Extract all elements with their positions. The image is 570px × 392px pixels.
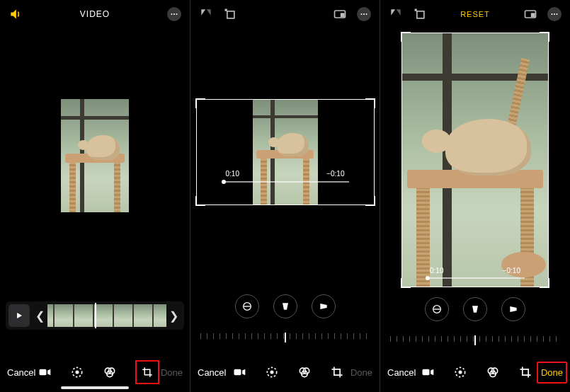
time-scrubber[interactable] — [222, 181, 349, 183]
crop-rotate-icon[interactable] — [518, 365, 532, 379]
svg-point-25 — [552, 13, 553, 15]
panel-edit-video: VIDEO ❮ ❯ Cancel — [0, 0, 190, 392]
done-button: Done — [161, 367, 183, 378]
more-icon[interactable] — [167, 7, 181, 21]
svg-rect-9 — [227, 11, 234, 18]
rotate-controls — [190, 294, 380, 318]
crop-frame[interactable] — [401, 33, 549, 287]
crop-handle-br[interactable] — [540, 278, 549, 288]
more-icon[interactable] — [357, 7, 371, 21]
trim-handle-left[interactable]: ❮ — [33, 309, 47, 323]
video-thumbnail — [61, 99, 129, 212]
time-end-label: −0:10 — [326, 170, 344, 178]
cancel-button[interactable]: Cancel — [198, 367, 226, 378]
svg-point-13 — [363, 13, 365, 15]
svg-rect-16 — [234, 369, 241, 375]
crop-handle-bl[interactable] — [195, 196, 205, 206]
done-button: Done — [350, 367, 372, 378]
panel-crop-landscape: 0:10 −0:10 Cancel — [190, 0, 380, 392]
done-button[interactable]: Done — [537, 362, 567, 384]
filters-icon[interactable] — [297, 365, 312, 379]
adjust-icon[interactable] — [265, 365, 279, 379]
time-scrubber[interactable] — [426, 277, 525, 279]
crop-handle-tr[interactable] — [365, 98, 375, 108]
sound-icon[interactable] — [8, 7, 23, 21]
video-preview[interactable] — [0, 28, 190, 283]
edit-tools — [232, 365, 344, 379]
more-icon[interactable] — [547, 7, 562, 21]
time-start-label: 0:10 — [430, 267, 443, 275]
crop-handle-tl[interactable] — [401, 32, 411, 42]
svg-rect-22 — [417, 11, 424, 18]
crop-rotate-icon[interactable] — [330, 365, 344, 379]
play-button[interactable] — [8, 304, 30, 327]
crop-handle-br[interactable] — [365, 196, 375, 206]
svg-point-12 — [361, 13, 363, 15]
adjust-icon[interactable] — [70, 365, 84, 379]
video-mode-icon[interactable] — [421, 365, 435, 379]
horizontal-perspective-button[interactable] — [312, 294, 336, 318]
crop-handle-bl[interactable] — [401, 278, 411, 288]
adjust-icon[interactable] — [453, 365, 467, 379]
crop-canvas[interactable]: 0:10 −0:10 — [196, 99, 375, 205]
rotate-icon[interactable] — [413, 7, 427, 21]
bottom-bar: Cancel Done — [190, 352, 380, 392]
cancel-button[interactable]: Cancel — [7, 367, 35, 378]
cancel-button[interactable]: Cancel — [387, 367, 416, 378]
video-mode-icon[interactable] — [232, 365, 246, 379]
video-mode-icon[interactable] — [38, 365, 52, 379]
aspect-ratio-icon[interactable] — [333, 7, 347, 21]
rotate-icon[interactable] — [223, 7, 237, 21]
reset-button[interactable]: RESET — [427, 10, 523, 18]
crop-canvas[interactable]: 0:10 −0:10 — [401, 33, 549, 287]
straighten-button[interactable] — [235, 294, 259, 318]
time-end-label: −0:10 — [503, 267, 520, 275]
horizontal-perspective-button[interactable] — [501, 297, 525, 321]
filters-icon[interactable] — [486, 365, 500, 379]
svg-point-2 — [176, 13, 178, 15]
svg-rect-29 — [422, 369, 429, 375]
topbar: RESET — [380, 0, 570, 28]
svg-rect-11 — [341, 13, 345, 17]
svg-point-27 — [557, 13, 558, 15]
topbar: VIDEO — [0, 0, 190, 28]
vertical-perspective-button[interactable] — [463, 297, 487, 321]
vertical-perspective-button[interactable] — [273, 294, 297, 318]
panel-crop-portrait: RESET 0:10 −0:10 — [380, 0, 570, 392]
svg-point-31 — [459, 371, 461, 373]
flip-vertical-icon[interactable] — [199, 7, 213, 21]
rotate-controls — [380, 297, 570, 321]
svg-point-18 — [271, 371, 273, 373]
crop-handle-tl[interactable] — [195, 98, 205, 108]
filters-icon[interactable] — [103, 365, 117, 379]
straighten-button[interactable] — [425, 297, 449, 321]
angle-ruler[interactable] — [200, 325, 370, 344]
topbar — [190, 0, 380, 28]
svg-rect-3 — [39, 369, 46, 375]
bottom-bar: Cancel Done — [380, 352, 570, 392]
crop-handle-tr[interactable] — [540, 32, 549, 42]
svg-point-14 — [366, 13, 367, 15]
svg-point-0 — [171, 13, 173, 15]
playhead[interactable] — [95, 303, 96, 328]
timeline-frames[interactable]: ❮ ❯ — [33, 304, 181, 327]
timeline-filmstrip[interactable]: ❮ ❯ — [6, 301, 184, 330]
svg-rect-24 — [531, 13, 535, 17]
home-indicator — [61, 386, 129, 389]
time-start-label: 0:10 — [226, 170, 239, 178]
header-title: VIDEO — [23, 9, 167, 19]
crop-frame[interactable] — [196, 99, 375, 205]
flip-vertical-icon[interactable] — [389, 7, 403, 21]
aspect-ratio-icon[interactable] — [523, 7, 537, 21]
edit-tools — [38, 360, 159, 384]
svg-point-5 — [76, 371, 78, 373]
svg-point-1 — [173, 13, 175, 15]
trim-handle-right[interactable]: ❯ — [166, 309, 181, 323]
svg-point-26 — [554, 13, 555, 15]
edit-tools — [421, 365, 532, 379]
crop-rotate-icon[interactable] — [135, 360, 159, 384]
angle-ruler[interactable] — [390, 328, 560, 347]
